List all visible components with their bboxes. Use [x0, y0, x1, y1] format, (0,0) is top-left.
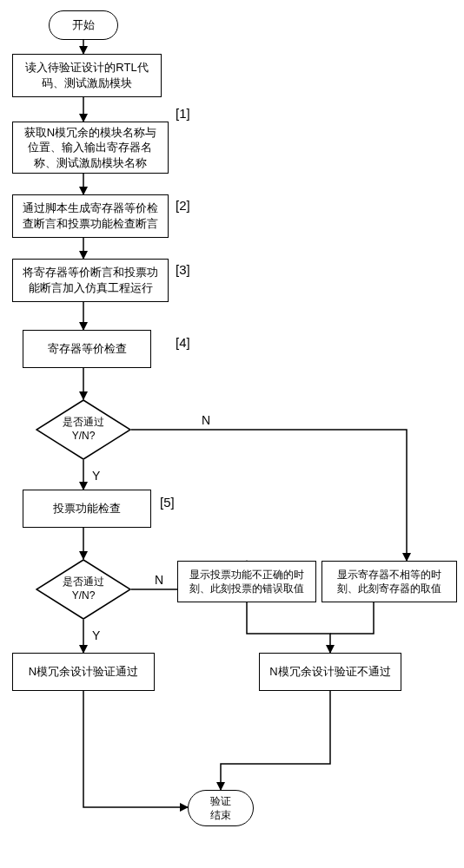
process-read-rtl: 读入待验证设计的RTL代 码、测试激励模块 [12, 54, 162, 97]
process-add-to-sim: 将寄存器等价断言和投票功 能断言加入仿真工程运行 [12, 259, 169, 302]
process-fail: N模冗余设计验证不通过 [259, 653, 401, 691]
process-get-module-info: 获取N模冗余的模块名称与 位置、输入输出寄存器名 称、测试激励模块名称 [12, 122, 169, 174]
d1-no-label: N [202, 413, 210, 427]
decision-reg-pass: 是否通过 Y/N? [36, 399, 131, 460]
process-gen-assertions: 通过脚本生成寄存器等价检 查断言和投票功能检查断言 [12, 194, 169, 238]
start-terminator: 开始 [49, 10, 118, 40]
tag-1: [1] [176, 106, 190, 121]
process-reg-equiv-check: 寄存器等价检查 [23, 330, 151, 368]
tag-3: [3] [176, 262, 190, 277]
process-show-reg-error: 显示寄存器不相等的时 刻、此刻寄存器的取值 [321, 561, 457, 602]
process-vote-check: 投票功能检查 [23, 490, 151, 528]
tag-4: [4] [176, 335, 190, 350]
tag-5: [5] [160, 495, 175, 510]
decision-vote-pass: 是否通过 Y/N? [36, 559, 131, 620]
end-terminator: 验证 结束 [188, 790, 254, 826]
d1-yes-label: Y [92, 469, 100, 483]
process-show-vote-error: 显示投票功能不正确的时 刻、此刻投票的错误取值 [177, 561, 316, 602]
d2-no-label: N [155, 573, 163, 587]
process-pass: N模冗余设计验证通过 [12, 653, 155, 691]
tag-2: [2] [176, 198, 190, 213]
d2-yes-label: Y [92, 628, 100, 642]
